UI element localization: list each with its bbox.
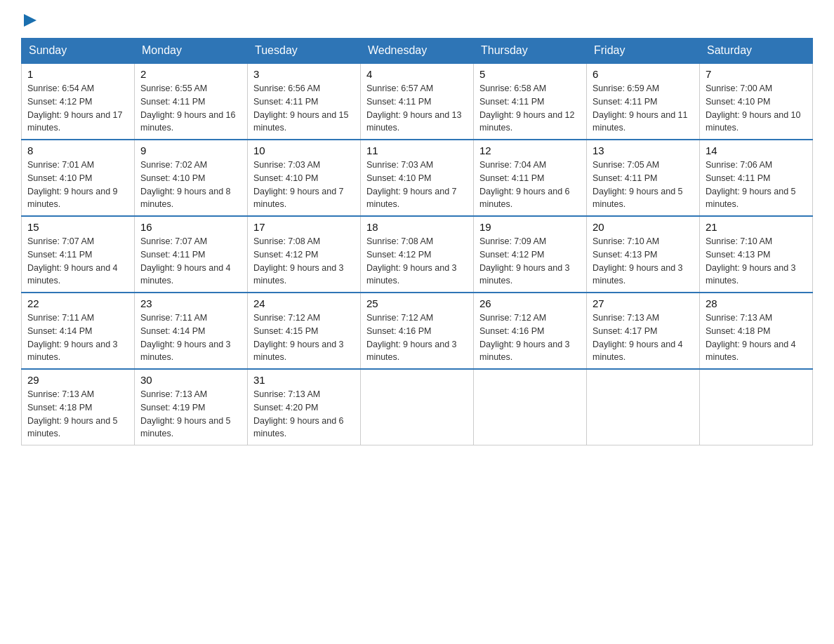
- day-number: 7: [706, 68, 807, 80]
- day-number: 31: [253, 374, 355, 386]
- day-number: 11: [366, 145, 468, 156]
- day-info: Sunrise: 7:03 AMSunset: 4:10 PMDaylight:…: [253, 160, 344, 209]
- day-info: Sunrise: 7:08 AMSunset: 4:12 PMDaylight:…: [366, 236, 457, 286]
- day-info: Sunrise: 7:04 AMSunset: 4:11 PMDaylight:…: [479, 160, 570, 209]
- day-info: Sunrise: 6:58 AMSunset: 4:11 PMDaylight:…: [479, 83, 575, 133]
- calendar-cell: 3 Sunrise: 6:56 AMSunset: 4:11 PMDayligh…: [248, 63, 361, 140]
- calendar-cell: 23 Sunrise: 7:11 AMSunset: 4:14 PMDaylig…: [135, 293, 248, 369]
- day-number: 26: [479, 297, 581, 309]
- calendar-cell: 30 Sunrise: 7:13 AMSunset: 4:19 PMDaylig…: [135, 369, 248, 445]
- day-info: Sunrise: 7:09 AMSunset: 4:12 PMDaylight:…: [479, 236, 570, 286]
- day-number: 9: [140, 145, 241, 156]
- calendar-cell: 19 Sunrise: 7:09 AMSunset: 4:12 PMDaylig…: [474, 216, 587, 293]
- day-info: Sunrise: 7:10 AMSunset: 4:13 PMDaylight:…: [593, 236, 683, 286]
- day-number: 4: [366, 68, 468, 80]
- calendar-cell: 17 Sunrise: 7:08 AMSunset: 4:12 PMDaylig…: [248, 216, 361, 293]
- day-number: 14: [706, 145, 807, 156]
- calendar-cell: 4 Sunrise: 6:57 AMSunset: 4:11 PMDayligh…: [361, 63, 474, 140]
- header-friday: Friday: [587, 39, 700, 64]
- day-number: 1: [27, 68, 128, 80]
- calendar-header: Sunday Monday Tuesday Wednesday Thursday…: [22, 39, 813, 64]
- day-number: 27: [593, 297, 694, 309]
- header-row: Sunday Monday Tuesday Wednesday Thursday…: [22, 39, 813, 64]
- day-number: 28: [706, 297, 807, 309]
- calendar-cell: 18 Sunrise: 7:08 AMSunset: 4:12 PMDaylig…: [361, 216, 474, 293]
- day-number: 22: [27, 297, 128, 309]
- calendar-cell: [474, 369, 587, 445]
- calendar-cell: 29 Sunrise: 7:13 AMSunset: 4:18 PMDaylig…: [22, 369, 135, 445]
- day-info: Sunrise: 6:54 AMSunset: 4:12 PMDaylight:…: [27, 83, 123, 133]
- day-number: 10: [253, 145, 355, 156]
- day-number: 29: [27, 374, 128, 386]
- day-number: 23: [140, 297, 241, 309]
- day-info: Sunrise: 7:10 AMSunset: 4:13 PMDaylight:…: [706, 236, 796, 286]
- calendar-cell: 15 Sunrise: 7:07 AMSunset: 4:11 PMDaylig…: [22, 216, 135, 293]
- calendar-cell: [587, 369, 700, 445]
- day-info: Sunrise: 7:13 AMSunset: 4:20 PMDaylight:…: [253, 389, 344, 438]
- calendar-cell: 5 Sunrise: 6:58 AMSunset: 4:11 PMDayligh…: [474, 63, 587, 140]
- day-info: Sunrise: 7:13 AMSunset: 4:17 PMDaylight:…: [593, 313, 683, 362]
- calendar-cell: 7 Sunrise: 7:00 AMSunset: 4:10 PMDayligh…: [700, 63, 813, 140]
- calendar-cell: 20 Sunrise: 7:10 AMSunset: 4:13 PMDaylig…: [587, 216, 700, 293]
- day-number: 30: [140, 374, 241, 386]
- calendar-cell: 24 Sunrise: 7:12 AMSunset: 4:15 PMDaylig…: [248, 293, 361, 369]
- calendar-cell: 8 Sunrise: 7:01 AMSunset: 4:10 PMDayligh…: [22, 140, 135, 216]
- day-number: 15: [27, 221, 128, 233]
- svg-marker-0: [24, 14, 37, 27]
- calendar-cell: 28 Sunrise: 7:13 AMSunset: 4:18 PMDaylig…: [700, 293, 813, 369]
- header-tuesday: Tuesday: [248, 39, 361, 64]
- day-number: 5: [479, 68, 581, 80]
- header-wednesday: Wednesday: [361, 39, 474, 64]
- header-sunday: Sunday: [22, 39, 135, 64]
- page-header: [21, 14, 813, 24]
- day-number: 12: [479, 145, 581, 156]
- calendar-cell: 10 Sunrise: 7:03 AMSunset: 4:10 PMDaylig…: [248, 140, 361, 216]
- day-info: Sunrise: 7:02 AMSunset: 4:10 PMDaylight:…: [140, 160, 231, 209]
- day-number: 20: [593, 221, 694, 233]
- calendar-week-3: 15 Sunrise: 7:07 AMSunset: 4:11 PMDaylig…: [22, 216, 813, 293]
- day-info: Sunrise: 7:13 AMSunset: 4:19 PMDaylight:…: [140, 389, 231, 438]
- calendar-cell: 11 Sunrise: 7:03 AMSunset: 4:10 PMDaylig…: [361, 140, 474, 216]
- calendar-cell: 27 Sunrise: 7:13 AMSunset: 4:17 PMDaylig…: [587, 293, 700, 369]
- day-info: Sunrise: 7:01 AMSunset: 4:10 PMDaylight:…: [27, 160, 118, 209]
- day-info: Sunrise: 7:11 AMSunset: 4:14 PMDaylight:…: [140, 313, 231, 362]
- day-info: Sunrise: 7:13 AMSunset: 4:18 PMDaylight:…: [706, 313, 796, 362]
- day-number: 24: [253, 297, 355, 309]
- calendar-cell: 25 Sunrise: 7:12 AMSunset: 4:16 PMDaylig…: [361, 293, 474, 369]
- day-info: Sunrise: 7:12 AMSunset: 4:16 PMDaylight:…: [479, 313, 570, 362]
- calendar-table: Sunday Monday Tuesday Wednesday Thursday…: [21, 38, 813, 445]
- calendar-week-2: 8 Sunrise: 7:01 AMSunset: 4:10 PMDayligh…: [22, 140, 813, 216]
- day-info: Sunrise: 7:12 AMSunset: 4:15 PMDaylight:…: [253, 313, 344, 362]
- calendar-cell: 16 Sunrise: 7:07 AMSunset: 4:11 PMDaylig…: [135, 216, 248, 293]
- calendar-cell: 22 Sunrise: 7:11 AMSunset: 4:14 PMDaylig…: [22, 293, 135, 369]
- logo: [21, 14, 38, 24]
- day-number: 19: [479, 221, 581, 233]
- day-number: 3: [253, 68, 355, 80]
- day-info: Sunrise: 7:12 AMSunset: 4:16 PMDaylight:…: [366, 313, 457, 362]
- day-number: 2: [140, 68, 241, 80]
- calendar-week-5: 29 Sunrise: 7:13 AMSunset: 4:18 PMDaylig…: [22, 369, 813, 445]
- day-info: Sunrise: 7:06 AMSunset: 4:11 PMDaylight:…: [706, 160, 796, 209]
- day-number: 21: [706, 221, 807, 233]
- day-number: 8: [27, 145, 128, 156]
- calendar-cell: 9 Sunrise: 7:02 AMSunset: 4:10 PMDayligh…: [135, 140, 248, 216]
- day-number: 16: [140, 221, 241, 233]
- calendar-cell: 14 Sunrise: 7:06 AMSunset: 4:11 PMDaylig…: [700, 140, 813, 216]
- day-number: 6: [593, 68, 694, 80]
- day-info: Sunrise: 7:00 AMSunset: 4:10 PMDaylight:…: [706, 83, 801, 133]
- calendar-cell: 2 Sunrise: 6:55 AMSunset: 4:11 PMDayligh…: [135, 63, 248, 140]
- calendar-cell: 13 Sunrise: 7:05 AMSunset: 4:11 PMDaylig…: [587, 140, 700, 216]
- day-info: Sunrise: 7:07 AMSunset: 4:11 PMDaylight:…: [27, 236, 118, 286]
- calendar-body: 1 Sunrise: 6:54 AMSunset: 4:12 PMDayligh…: [22, 63, 813, 445]
- calendar-cell: 26 Sunrise: 7:12 AMSunset: 4:16 PMDaylig…: [474, 293, 587, 369]
- day-info: Sunrise: 7:07 AMSunset: 4:11 PMDaylight:…: [140, 236, 231, 286]
- calendar-cell: 1 Sunrise: 6:54 AMSunset: 4:12 PMDayligh…: [22, 63, 135, 140]
- calendar-cell: [361, 369, 474, 445]
- header-monday: Monday: [135, 39, 248, 64]
- day-number: 18: [366, 221, 468, 233]
- day-number: 13: [593, 145, 694, 156]
- logo-triangle-icon: [22, 13, 38, 28]
- day-info: Sunrise: 6:55 AMSunset: 4:11 PMDaylight:…: [140, 83, 236, 133]
- day-info: Sunrise: 7:08 AMSunset: 4:12 PMDaylight:…: [253, 236, 344, 286]
- calendar-cell: 21 Sunrise: 7:10 AMSunset: 4:13 PMDaylig…: [700, 216, 813, 293]
